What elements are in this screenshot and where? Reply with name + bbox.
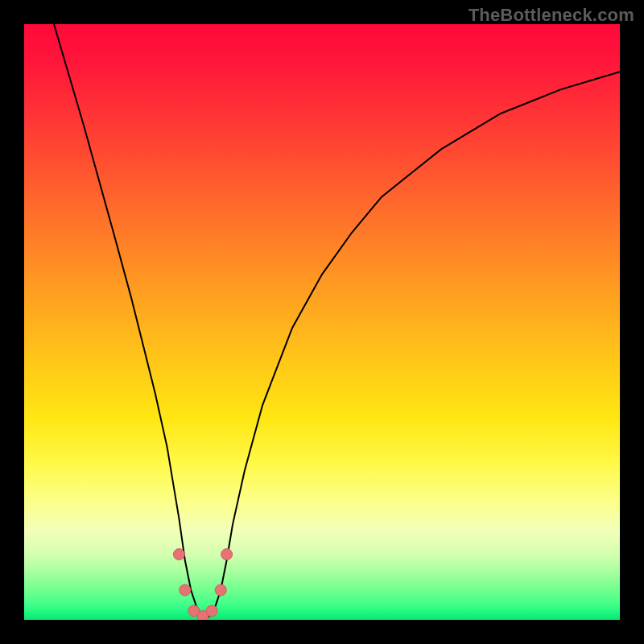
curve-marker (206, 605, 217, 617)
chart-plot-area (24, 24, 620, 620)
curve-marker (180, 584, 191, 596)
curve-marker (215, 584, 226, 596)
curve-marker (221, 549, 233, 560)
chart-svg (24, 24, 620, 620)
chart-frame: TheBottleneck.com (0, 0, 644, 644)
bottleneck-curve (54, 24, 620, 617)
curve-marker (173, 549, 184, 560)
curve-markers (173, 549, 232, 620)
watermark-text: TheBottleneck.com (469, 5, 634, 26)
